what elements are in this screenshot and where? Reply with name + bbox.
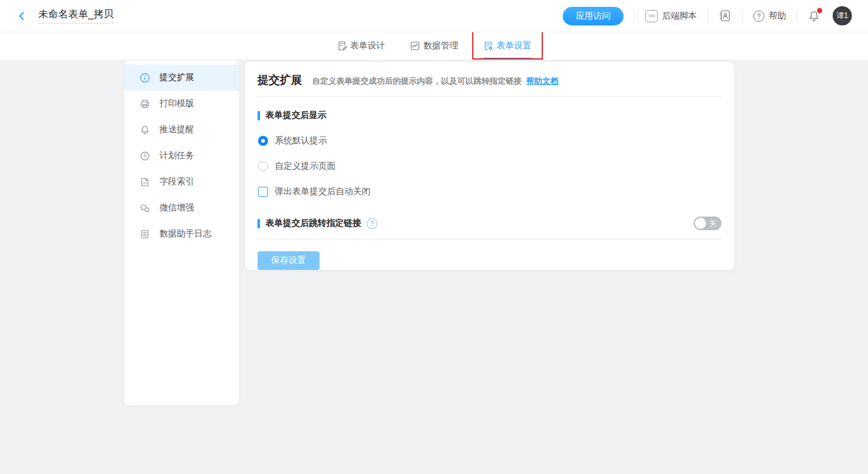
submit-extension-panel: 提交扩展 自定义表单提交成功后的提示内容，以及可以跳转指定链接 帮助文档 表单提… <box>245 62 734 270</box>
checkbox-auto-close[interactable]: 弹出表单提交后自动关闭 <box>258 186 722 197</box>
sidebar-item-label: 提交扩展 <box>159 72 194 83</box>
radio-system-default[interactable]: 系统默认提示 <box>258 135 722 146</box>
section-accent-bar <box>257 219 260 228</box>
help-label: 帮助 <box>769 11 786 22</box>
tab-bar: 表单设计 数据管理 表单设置 <box>0 32 868 60</box>
section-redirect-header: 表单提交后跳转指定链接 ? 关 <box>257 217 722 230</box>
section-title: 表单提交后跳转指定链接 <box>266 218 361 229</box>
tab-label: 表单设计 <box>351 40 385 51</box>
notifications-button[interactable] <box>808 10 820 22</box>
sidebar-item-label: 数据助手日志 <box>159 228 212 239</box>
radio-label: 自定义提示页面 <box>275 161 336 172</box>
section-title: 表单提交后显示 <box>266 110 326 121</box>
section-display-header: 表单提交后显示 <box>257 110 722 121</box>
radio-custom-page[interactable]: 自定义提示页面 <box>258 161 722 172</box>
sidebar-item-label: 字段索引 <box>159 176 194 187</box>
top-header: 未命名表单_拷贝 应用访问 </> 后端脚本 ? 帮助 <box>0 0 868 32</box>
sidebar-item-scheduled-tasks[interactable]: 计划任务 <box>124 143 239 169</box>
radio-checked-icon[interactable] <box>258 136 268 146</box>
divider <box>257 239 722 239</box>
sidebar-item-submit-extension[interactable]: 提交扩展 <box>124 65 239 91</box>
notification-dot <box>817 8 822 13</box>
checkbox-label: 弹出表单提交后自动关闭 <box>275 186 370 197</box>
sidebar-item-print-template[interactable]: 打印模版 <box>124 91 239 117</box>
tab-form-design[interactable]: 表单设计 <box>337 32 385 60</box>
tab-data-manage[interactable]: 数据管理 <box>410 32 459 60</box>
info-icon <box>140 73 150 83</box>
active-tab-indicator <box>483 58 532 60</box>
tab-label: 数据管理 <box>424 40 459 51</box>
help-button[interactable]: ? 帮助 <box>753 11 786 22</box>
question-circle-icon[interactable]: ? <box>367 218 377 229</box>
toggle-state-label: 关 <box>709 218 717 229</box>
back-button[interactable] <box>16 11 27 22</box>
address-book-icon <box>718 9 732 22</box>
divider <box>797 11 797 21</box>
sidebar-item-label: 计划任务 <box>159 150 194 161</box>
bell-icon <box>140 125 150 135</box>
sidebar-item-field-index[interactable]: 字段索引 <box>124 169 239 195</box>
backend-script-label: 后端脚本 <box>662 11 697 22</box>
header-actions: 应用访问 </> 后端脚本 ? 帮助 <box>563 6 852 25</box>
log-icon <box>140 229 150 239</box>
checkbox-icon[interactable] <box>258 187 268 197</box>
divider <box>742 11 743 21</box>
divider <box>634 11 635 21</box>
sidebar-item-label: 微信增强 <box>159 202 194 213</box>
panel-subtitle: 自定义表单提交成功后的提示内容，以及可以跳转指定链接 <box>312 76 522 87</box>
radio-label: 系统默认提示 <box>275 135 327 146</box>
form-design-icon <box>337 41 347 51</box>
sidebar-item-data-assistant-log[interactable]: 数据助手日志 <box>124 221 239 247</box>
address-book-button[interactable] <box>718 9 732 22</box>
help-doc-link[interactable]: 帮助文档 <box>526 76 558 87</box>
sidebar-item-push-reminder[interactable]: 推送提醒 <box>124 117 239 143</box>
sidebar-item-label: 打印模版 <box>159 98 194 109</box>
toggle-knob <box>695 218 706 229</box>
panel-header: 提交扩展 自定义表单提交成功后的提示内容，以及可以跳转指定链接 帮助文档 <box>257 62 722 87</box>
avatar[interactable]: 谭1 <box>833 6 852 25</box>
printer-icon <box>140 99 150 109</box>
backend-script-button[interactable]: </> 后端脚本 <box>645 10 697 22</box>
form-settings-icon <box>483 41 493 51</box>
data-manage-icon <box>410 41 420 51</box>
tab-label: 表单设置 <box>497 40 532 51</box>
divider <box>707 11 708 21</box>
section-accent-bar <box>257 111 260 120</box>
radio-unchecked-icon[interactable] <box>258 161 268 171</box>
question-circle-icon: ? <box>753 11 764 22</box>
tab-form-settings[interactable]: 表单设置 <box>483 32 532 60</box>
code-icon: </> <box>645 10 658 22</box>
file-icon <box>140 177 150 187</box>
form-title[interactable]: 未命名表单_拷贝 <box>38 8 114 24</box>
clock-icon <box>140 151 150 161</box>
panel-title: 提交扩展 <box>257 73 302 87</box>
app-access-button[interactable]: 应用访问 <box>563 7 624 25</box>
redirect-toggle[interactable]: 关 <box>694 217 722 230</box>
wechat-icon <box>140 203 150 213</box>
sidebar-item-label: 推送提醒 <box>159 124 194 135</box>
sidebar-item-wechat-enhance[interactable]: 微信增强 <box>124 195 239 221</box>
settings-sidebar: 提交扩展 打印模版 推送提醒 计划任务 <box>124 60 239 405</box>
save-settings-button[interactable]: 保存设置 <box>257 251 320 270</box>
divider <box>257 96 722 97</box>
chevron-left-icon <box>16 11 27 22</box>
